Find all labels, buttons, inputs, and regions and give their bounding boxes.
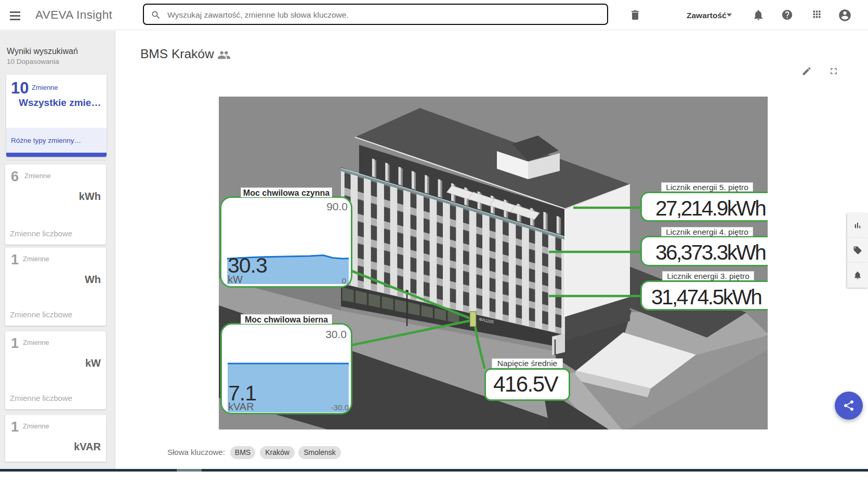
svg-text:-30.0: -30.0: [331, 403, 349, 412]
svg-text:30.0: 30.0: [325, 328, 347, 340]
svg-text:kVAR: kVAR: [228, 401, 254, 412]
svg-text:kW: kW: [228, 274, 243, 285]
svg-text:0: 0: [342, 276, 346, 285]
svg-text:90.0: 90.0: [326, 200, 348, 212]
